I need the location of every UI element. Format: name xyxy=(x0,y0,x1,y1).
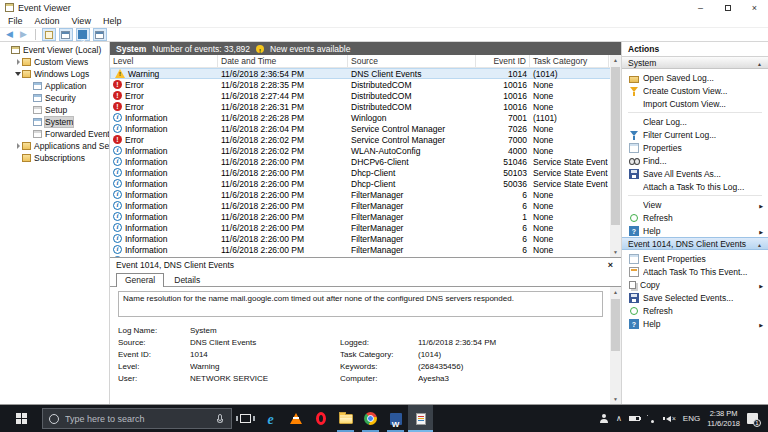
tray-overflow-chevron-icon[interactable] xyxy=(616,414,622,423)
console-window-button[interactable] xyxy=(59,28,73,41)
tree-expander-icon[interactable] xyxy=(14,143,22,149)
open-log-button[interactable] xyxy=(42,28,56,41)
menu-action[interactable]: Action xyxy=(29,16,66,26)
event-row[interactable]: Information11/6/2018 2:26:00 PMFilterMan… xyxy=(110,233,621,244)
tree-item-windows-logs[interactable]: Windows Logs xyxy=(0,68,109,80)
tab-details[interactable]: Details xyxy=(166,274,208,286)
event-row[interactable]: Error11/6/2018 2:27:44 PMDistributedCOM1… xyxy=(110,90,621,101)
column-header-date-and-time[interactable]: Date and Time xyxy=(218,55,348,67)
microphone-icon[interactable] xyxy=(218,414,222,421)
taskbar-app-explorer[interactable] xyxy=(333,405,358,432)
scroll-down-icon[interactable] xyxy=(613,247,618,257)
tree-item-subscriptions[interactable]: Subscriptions xyxy=(0,152,109,164)
action-save-all-events-as[interactable]: Save All Events As... xyxy=(622,167,768,180)
event-row[interactable]: Error11/6/2018 2:26:31 PMDistributedCOM1… xyxy=(110,101,621,112)
scrollbar-thumb[interactable] xyxy=(611,299,620,351)
taskbar-app-event-viewer[interactable] xyxy=(408,405,433,432)
event-row[interactable]: Information11/6/2018 2:26:00 PMDhcp-Clie… xyxy=(110,167,621,178)
tree-item-forwarded-events[interactable]: Forwarded Events xyxy=(0,128,109,140)
action-attach-task-to-this-event[interactable]: Attach Task To This Event... xyxy=(622,265,768,278)
action-import-custom-view[interactable]: Import Custom View... xyxy=(622,97,768,110)
tree-item-security[interactable]: Security xyxy=(0,92,109,104)
close-button[interactable]: × xyxy=(741,0,768,15)
action-create-custom-view[interactable]: Create Custom View... xyxy=(622,84,768,97)
menu-file[interactable]: File xyxy=(2,16,29,26)
event-row[interactable]: Information11/6/2018 2:26:00 PMFilterMan… xyxy=(110,222,621,233)
action-copy[interactable]: Copy xyxy=(622,278,768,291)
event-row[interactable]: Information11/6/2018 2:26:00 PMFilterMan… xyxy=(110,189,621,200)
taskbar-app-chrome[interactable] xyxy=(358,405,383,432)
scroll-down-icon[interactable] xyxy=(613,394,618,404)
event-row[interactable]: Error11/6/2018 2:28:35 PMDistributedCOM1… xyxy=(110,79,621,90)
column-header-level[interactable]: Level xyxy=(110,55,218,67)
task-view-button[interactable] xyxy=(232,405,258,432)
menu-view[interactable]: View xyxy=(66,16,97,26)
people-icon[interactable] xyxy=(599,414,609,423)
list-scrollbar[interactable] xyxy=(610,55,621,257)
event-row[interactable]: Information11/6/2018 2:26:00 PMFilterMan… xyxy=(110,200,621,211)
tab-general[interactable]: General xyxy=(116,273,164,287)
new-events-notice: New events available xyxy=(270,44,350,54)
taskbar-app-opera[interactable] xyxy=(308,405,333,432)
actions-section-system[interactable]: System xyxy=(622,56,768,69)
event-row[interactable]: Information11/6/2018 2:26:04 PMService C… xyxy=(110,123,621,134)
help-button[interactable] xyxy=(76,28,90,41)
cell-task-category: (1014) xyxy=(530,69,609,79)
tree-item-system[interactable]: System xyxy=(0,116,109,128)
action-clear-log[interactable]: Clear Log... xyxy=(622,115,768,128)
action-properties[interactable]: Properties xyxy=(622,141,768,154)
action-find[interactable]: Find... xyxy=(622,154,768,167)
column-header-source[interactable]: Source xyxy=(348,55,476,67)
tree-expander-icon[interactable] xyxy=(14,72,22,76)
minimize-button[interactable]: – xyxy=(687,0,714,15)
tree-item-applications-and-services-lo[interactable]: Applications and Services Lo xyxy=(0,140,109,152)
event-row[interactable]: Information11/6/2018 2:26:00 PMFilterMan… xyxy=(110,244,621,255)
battery-icon[interactable] xyxy=(629,416,640,421)
wifi-icon[interactable] xyxy=(647,415,659,423)
forward-button[interactable] xyxy=(18,28,29,41)
back-button[interactable] xyxy=(4,28,15,41)
preview-close-button[interactable]: × xyxy=(606,260,615,270)
scroll-up-icon[interactable] xyxy=(613,55,618,65)
scrollbar-thumb[interactable] xyxy=(611,67,620,225)
menu-help[interactable]: Help xyxy=(97,16,128,26)
taskbar-app-word[interactable] xyxy=(383,405,408,432)
taskbar-app-vlc[interactable] xyxy=(283,405,308,432)
tree-item-application[interactable]: Application xyxy=(0,80,109,92)
action-save-selected-events[interactable]: Save Selected Events... xyxy=(622,291,768,304)
column-header-event-id[interactable]: Event ID xyxy=(476,55,530,67)
action-event-properties[interactable]: Event Properties xyxy=(622,252,768,265)
tree-item-setup[interactable]: Setup xyxy=(0,104,109,116)
action-attach-a-task-to-this-log[interactable]: Attach a Task To this Log... xyxy=(622,180,768,193)
tree-expander-icon[interactable] xyxy=(14,59,22,65)
maximize-button[interactable] xyxy=(714,0,741,15)
action-help[interactable]: Help xyxy=(622,224,768,237)
preview-scrollbar[interactable] xyxy=(610,287,621,404)
volume-muted-icon[interactable] xyxy=(666,414,676,423)
tree-item-custom-views[interactable]: Custom Views xyxy=(0,56,109,68)
event-row[interactable]: Warning11/6/2018 2:36:54 PMDNS Client Ev… xyxy=(110,68,621,79)
tree-root-event-viewer-local[interactable]: Event Viewer (Local) xyxy=(0,44,109,56)
console-window-2-button[interactable] xyxy=(93,28,107,41)
event-row[interactable]: Information11/6/2018 2:26:00 PMDHCPv6-Cl… xyxy=(110,156,621,167)
event-row[interactable]: Information11/6/2018 2:26:02 PMWLAN-Auto… xyxy=(110,145,621,156)
action-help[interactable]: Help xyxy=(622,317,768,330)
taskbar-search[interactable]: Type here to search xyxy=(42,408,232,429)
action-refresh[interactable]: Refresh xyxy=(622,304,768,317)
action-refresh[interactable]: Refresh xyxy=(622,211,768,224)
action-center-icon[interactable]: 1 xyxy=(747,413,758,424)
start-button[interactable] xyxy=(0,405,42,432)
action-filter-current-log[interactable]: Filter Current Log... xyxy=(622,128,768,141)
clock[interactable]: 2:38 PM 11/6/2018 xyxy=(707,409,740,428)
event-row[interactable]: Information11/6/2018 2:26:00 PMFilterMan… xyxy=(110,211,621,222)
taskbar-app-edge[interactable] xyxy=(258,405,283,432)
event-row[interactable]: Information11/6/2018 2:26:28 PMWinlogon7… xyxy=(110,112,621,123)
action-view[interactable]: View xyxy=(622,198,768,211)
event-row[interactable]: Information11/6/2018 2:26:00 PMDhcp-Clie… xyxy=(110,178,621,189)
scroll-up-icon[interactable] xyxy=(613,287,618,297)
actions-section-event-1014-dns-client-events[interactable]: Event 1014, DNS Client Events xyxy=(622,237,768,250)
column-header-task-category[interactable]: Task Category xyxy=(530,55,609,67)
event-row[interactable]: Error11/6/2018 2:26:02 PMService Control… xyxy=(110,134,621,145)
language-indicator[interactable]: ENG xyxy=(683,414,700,423)
action-open-saved-log[interactable]: Open Saved Log... xyxy=(622,71,768,84)
